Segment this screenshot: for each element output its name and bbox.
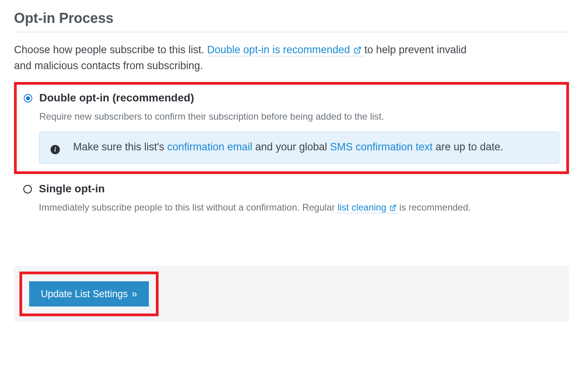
update-button-highlight: Update List Settings » xyxy=(19,272,159,316)
single-desc-pre: Immediately subscribe people to this lis… xyxy=(39,202,337,213)
update-button-label: Update List Settings xyxy=(41,288,128,300)
section-divider xyxy=(14,32,569,32)
section-title: Opt-in Process xyxy=(14,10,569,26)
note-pre: Make sure this list's xyxy=(73,141,167,153)
intro-text: Choose how people subscribe to this list… xyxy=(14,42,477,73)
double-optin-description: Require new subscribers to confirm their… xyxy=(39,110,559,123)
single-optin-description: Immediately subscribe people to this lis… xyxy=(39,201,560,214)
option-single-optin[interactable]: Single opt-in Immediately subscribe peop… xyxy=(23,183,560,223)
single-desc-post: is recommended. xyxy=(399,202,471,213)
external-link-icon xyxy=(354,43,361,58)
intro-link-text: Double opt-in is recommended xyxy=(207,44,350,56)
single-desc-link-text: list cleaning xyxy=(337,202,386,213)
list-cleaning-link[interactable]: list cleaning xyxy=(337,202,399,213)
note-post: are up to date. xyxy=(433,141,503,153)
footer-bar: Update List Settings » xyxy=(14,266,569,322)
radio-double-optin[interactable] xyxy=(24,94,32,103)
double-optin-label: Double opt-in (recommended) xyxy=(39,92,559,104)
single-optin-label: Single opt-in xyxy=(39,183,560,195)
note-mid: and your global xyxy=(252,141,330,153)
double-optin-highlight: Double opt-in (recommended) Require new … xyxy=(14,82,569,174)
confirmation-email-link[interactable]: confirmation email xyxy=(167,141,252,153)
svg-line-1 xyxy=(393,205,396,208)
chevron-right-icon: » xyxy=(132,288,137,300)
radio-single-optin[interactable] xyxy=(23,185,32,193)
option-double-optin[interactable]: Double opt-in (recommended) Require new … xyxy=(24,92,559,164)
double-optin-recommended-link[interactable]: Double opt-in is recommended xyxy=(207,44,365,56)
intro-pre: Choose how people subscribe to this list… xyxy=(14,44,207,56)
external-link-icon xyxy=(389,202,396,214)
update-list-settings-button[interactable]: Update List Settings » xyxy=(29,281,149,307)
sms-confirmation-text-link[interactable]: SMS confirmation text xyxy=(330,141,433,153)
info-icon: i xyxy=(51,145,60,154)
confirmation-note: iMake sure this list's confirmation emai… xyxy=(39,132,559,164)
svg-line-0 xyxy=(357,47,360,51)
